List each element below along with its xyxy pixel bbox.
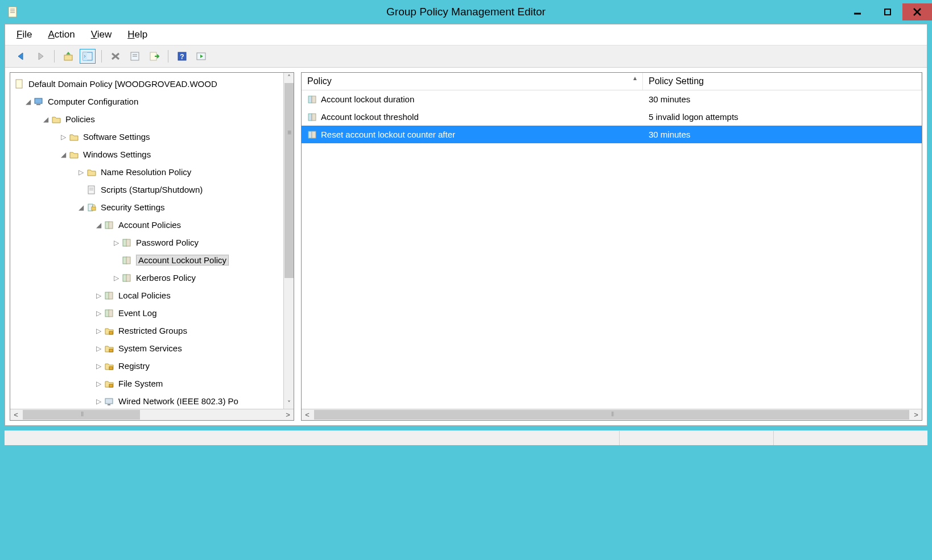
up-button[interactable] (60, 49, 76, 64)
expand-icon[interactable]: ▷ (112, 274, 120, 282)
tree-kerberos-policy[interactable]: ▷ Kerberos Policy (10, 269, 294, 287)
menu-help[interactable]: Help (127, 29, 147, 40)
run-button[interactable] (193, 49, 209, 64)
tree-horizontal-scrollbar[interactable]: < ⫴ > (10, 409, 294, 420)
collapse-icon[interactable]: ◢ (24, 98, 32, 106)
cell-policy: Account lockout duration (321, 94, 414, 104)
column-header-setting[interactable]: Policy Setting (643, 73, 922, 90)
menu-action[interactable]: Action (48, 29, 75, 40)
expand-icon[interactable]: ▷ (77, 168, 85, 176)
tree-label: Account Lockout Policy (136, 255, 229, 266)
scroll-up-icon[interactable]: ˄ (284, 73, 294, 83)
svg-rect-39 (109, 331, 113, 334)
tree-vertical-scrollbar[interactable]: ˄ ≡ ˅ (283, 73, 294, 409)
tree-label: Name Resolution Policy (101, 167, 191, 177)
expand-icon[interactable]: ▷ (94, 362, 102, 370)
policy-item-icon (307, 94, 317, 105)
list-horizontal-scrollbar[interactable]: < ⫴ > (302, 409, 922, 420)
expand-icon[interactable]: ▷ (94, 345, 102, 352)
script-icon (86, 185, 97, 195)
tree-root[interactable]: Default Domain Policy [WOODGROVEAD.WOOD (10, 75, 294, 93)
tree-root-label: Default Domain Policy [WOODGROVEAD.WOOD (28, 79, 217, 89)
tree-label: Windows Settings (83, 150, 151, 159)
content-area: Default Domain Policy [WOODGROVEAD.WOOD … (5, 68, 927, 425)
svg-rect-19 (16, 80, 22, 88)
tree-label: Security Settings (101, 202, 165, 212)
tree-password-policy[interactable]: ▷ Password Policy (10, 234, 294, 251)
expand-icon[interactable]: ▷ (94, 327, 102, 335)
scrollbar-thumb[interactable]: ≡ (284, 83, 294, 278)
help-button[interactable]: ? (174, 49, 190, 64)
tree-account-policies[interactable]: ◢ Account Policies (10, 216, 294, 234)
tree-policies[interactable]: ◢ Policies (10, 110, 294, 128)
tree-account-lockout-policy[interactable]: Account Lockout Policy (10, 251, 294, 269)
tree-registry[interactable]: ▷ Registry (10, 357, 294, 375)
back-button[interactable] (13, 49, 29, 64)
svg-rect-36 (109, 292, 113, 299)
tree-software-settings[interactable]: ▷ Software Settings (10, 128, 294, 146)
svg-rect-44 (108, 404, 110, 405)
svg-rect-45 (308, 96, 312, 103)
collapse-icon[interactable]: ◢ (59, 151, 67, 159)
tree-computer-config[interactable]: ◢ Computer Configuration (10, 93, 294, 110)
svg-rect-20 (35, 98, 42, 103)
collapse-icon[interactable]: ◢ (77, 204, 85, 211)
tree-label: Registry (118, 361, 150, 371)
tree-system-services[interactable]: ▷ System Services (10, 339, 294, 357)
menu-file[interactable]: File (17, 29, 32, 40)
minimize-button[interactable] (843, 3, 873, 20)
tree-restricted-groups[interactable]: ▷ Restricted Groups (10, 322, 294, 339)
forward-button[interactable] (32, 49, 48, 64)
scroll-left-icon[interactable]: < (10, 410, 22, 419)
list-body[interactable]: Account lockout duration 30 minutes Acco… (302, 90, 922, 409)
document-icon (14, 79, 25, 89)
window-controls (843, 3, 932, 20)
expand-icon[interactable]: ▷ (59, 133, 67, 141)
scrollbar-thumb[interactable]: ⫴ (314, 410, 909, 420)
policy-icon (121, 238, 133, 248)
menu-action-label: ction (55, 29, 75, 40)
expand-icon[interactable]: ▷ (112, 239, 120, 247)
list-row[interactable]: Account lockout duration 30 minutes (302, 90, 922, 108)
close-button[interactable] (902, 3, 932, 20)
scrollbar-thumb[interactable]: ⫴ (23, 410, 140, 420)
expand-icon[interactable]: ▷ (94, 380, 102, 388)
scroll-left-icon[interactable]: < (302, 410, 313, 419)
scroll-right-icon[interactable]: > (282, 410, 294, 419)
tree-name-resolution[interactable]: ▷ Name Resolution Policy (10, 163, 294, 181)
scroll-down-icon[interactable]: ˅ (284, 399, 294, 409)
cell-setting: 5 invalid logon attempts (649, 112, 739, 122)
expand-icon[interactable]: ▷ (94, 292, 102, 300)
tree-file-system[interactable]: ▷ File System (10, 375, 294, 392)
export-button[interactable] (146, 49, 162, 64)
scroll-right-icon[interactable]: > (910, 410, 922, 419)
delete-button[interactable] (108, 49, 123, 64)
list-row[interactable]: Account lockout threshold 5 invalid logo… (302, 108, 922, 126)
properties-button[interactable] (127, 49, 143, 64)
tree-label: Event Log (118, 308, 157, 318)
collapse-icon[interactable]: ◢ (42, 115, 50, 123)
tree-security-settings[interactable]: ◢ Security Settings (10, 198, 294, 216)
expand-icon[interactable]: ▷ (94, 397, 102, 405)
locked-folder-icon (104, 326, 115, 336)
cell-setting: 30 minutes (649, 94, 690, 104)
column-header-policy[interactable]: Policy ▴ (302, 73, 643, 90)
svg-rect-32 (126, 257, 130, 264)
show-hide-tree-button[interactable] (80, 49, 96, 64)
menu-view[interactable]: View (91, 29, 112, 40)
tree-local-policies[interactable]: ▷ Local Policies (10, 287, 294, 304)
tree-label: Kerberos Policy (136, 273, 196, 283)
tree-label: Computer Configuration (48, 97, 138, 106)
collapse-icon[interactable]: ◢ (94, 221, 102, 229)
tree-windows-settings[interactable]: ◢ Windows Settings (10, 146, 294, 163)
tree-event-log[interactable]: ▷ Event Log (10, 304, 294, 322)
tree-scripts[interactable]: Scripts (Startup/Shutdown) (10, 181, 294, 198)
svg-rect-48 (312, 114, 316, 121)
svg-rect-47 (308, 114, 312, 121)
maximize-button[interactable] (873, 3, 902, 20)
tree[interactable]: Default Domain Policy [WOODGROVEAD.WOOD … (10, 73, 294, 409)
expand-icon[interactable]: ▷ (94, 309, 102, 317)
tree-wired-network[interactable]: ▷ Wired Network (IEEE 802.3) Po (10, 392, 294, 409)
tree-label: Local Policies (118, 291, 171, 300)
list-row[interactable]: Reset account lockout counter after 30 m… (302, 126, 922, 143)
